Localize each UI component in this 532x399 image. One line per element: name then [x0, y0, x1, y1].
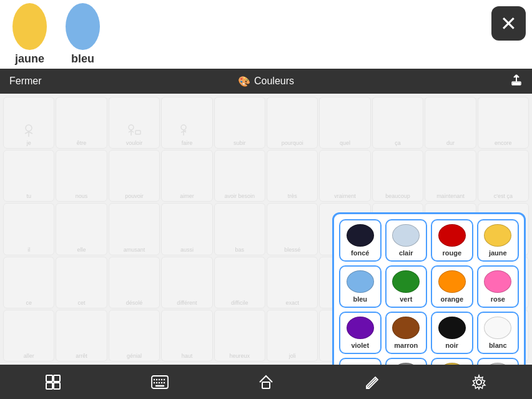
color-bleu-label: bleu [353, 295, 367, 303]
color-fonce-button[interactable]: foncé [339, 219, 382, 262]
color-rose-label: rose [491, 295, 505, 303]
rose-oval [484, 270, 511, 293]
violet-oval [347, 317, 374, 339]
color-clair-button[interactable]: clair [385, 219, 428, 262]
bleu-oval [347, 270, 374, 293]
color-rouge-button[interactable]: rouge [431, 219, 473, 262]
marron-oval [392, 317, 420, 339]
list-item: heureux [214, 310, 265, 362]
list-item: je [3, 97, 54, 149]
pen-nav-button[interactable] [357, 370, 388, 395]
color-bleu-button[interactable]: bleu [339, 265, 382, 308]
close-icon: ✕ [500, 14, 517, 34]
list-item: exact [267, 257, 318, 308]
header-jaune-item: jaune [12, 3, 47, 66]
svg-rect-17 [46, 383, 52, 389]
orange-oval [438, 270, 466, 293]
list-item: aussi [161, 203, 212, 255]
svg-rect-18 [54, 383, 60, 389]
list-item: tu [3, 150, 54, 202]
list-item: différent [161, 257, 212, 308]
list-item: pouvoir [109, 150, 160, 202]
list-item: ça [372, 97, 423, 149]
main-close-button[interactable]: ✕ [491, 6, 526, 41]
header-bleu-item: bleu [66, 3, 100, 66]
svg-rect-10 [135, 131, 140, 134]
color-marron-button[interactable]: marron [385, 312, 428, 354]
clair-oval [392, 224, 420, 247]
list-item: cet [56, 257, 107, 308]
list-item: elle [56, 203, 107, 255]
jaune-oval [484, 224, 511, 247]
list-item: subir [214, 97, 265, 149]
grid-nav-button[interactable] [37, 370, 69, 395]
toolbar-share-button[interactable] [510, 74, 523, 89]
list-item: nous [56, 150, 107, 202]
color-rose-button[interactable]: rose [477, 265, 520, 308]
list-item: quel [319, 97, 370, 149]
palette-icon: 🎨 [238, 76, 250, 87]
vert-oval [392, 270, 420, 293]
svg-rect-31 [262, 382, 270, 388]
header-jaune-label: jaune [15, 52, 44, 66]
list-item: vraiment [319, 150, 370, 202]
rouge-oval [438, 224, 466, 247]
color-violet-label: violet [351, 342, 369, 349]
toolbar-close-button[interactable]: Fermer [9, 76, 42, 87]
list-item: dur [425, 97, 476, 149]
color-noir-label: noir [445, 342, 458, 349]
list-item: bas [214, 203, 265, 255]
list-item: génial [109, 310, 160, 362]
list-item: il [3, 203, 54, 255]
list-item: arrêt [56, 310, 107, 362]
noir-oval [438, 317, 466, 339]
list-item: encore [478, 97, 529, 149]
color-blanc-button[interactable]: blanc [477, 312, 520, 354]
color-vert-label: vert [400, 295, 412, 303]
list-item: faire [161, 97, 212, 149]
list-item: vouloir [109, 97, 160, 149]
toolbar: Fermer 🎨 Couleurs [0, 69, 532, 94]
toolbar-title: 🎨 Couleurs [238, 76, 294, 87]
svg-line-4 [25, 132, 29, 134]
color-blanc-label: blanc [489, 342, 507, 349]
header-jaune-oval [12, 3, 47, 50]
color-jaune-label: jaune [489, 249, 507, 257]
list-item: avoir besoin [214, 150, 265, 202]
keyboard-nav-button[interactable] [144, 370, 175, 395]
list-item: beaucoup [372, 150, 423, 202]
list-item: très [267, 150, 318, 202]
list-item: haut [161, 310, 212, 362]
list-item: c'est ça [478, 150, 529, 202]
color-fonce-label: foncé [351, 249, 369, 257]
bottom-navigation [0, 365, 532, 399]
list-item: blessé [267, 203, 318, 255]
color-clair-label: clair [399, 249, 413, 257]
list-item: désolé [109, 257, 160, 308]
list-item: difficile [214, 257, 265, 308]
list-item: joli [267, 310, 318, 362]
color-jaune-button[interactable]: jaune [477, 219, 520, 262]
fonce-oval [347, 224, 374, 247]
list-item: maintenant [425, 150, 476, 202]
settings-nav-button[interactable] [463, 370, 495, 395]
list-item: aimer [161, 150, 212, 202]
svg-point-2 [26, 125, 32, 131]
color-orange-button[interactable]: orange [431, 265, 473, 308]
color-marron-label: marron [394, 342, 418, 349]
color-violet-button[interactable]: violet [339, 312, 382, 354]
svg-line-5 [29, 132, 32, 134]
header-bleu-label: bleu [71, 52, 94, 66]
list-item: amusant [109, 203, 160, 255]
svg-point-6 [129, 125, 134, 130]
color-vert-button[interactable]: vert [385, 265, 428, 308]
color-noir-button[interactable]: noir [431, 312, 473, 354]
color-orange-label: orange [440, 295, 463, 303]
svg-rect-16 [54, 375, 60, 382]
svg-point-33 [476, 380, 481, 385]
list-item: ce [3, 257, 54, 308]
color-rouge-label: rouge [442, 249, 461, 257]
svg-point-11 [181, 125, 186, 130]
header: jaune bleu ✕ [0, 0, 532, 69]
home-nav-button[interactable] [250, 370, 282, 395]
